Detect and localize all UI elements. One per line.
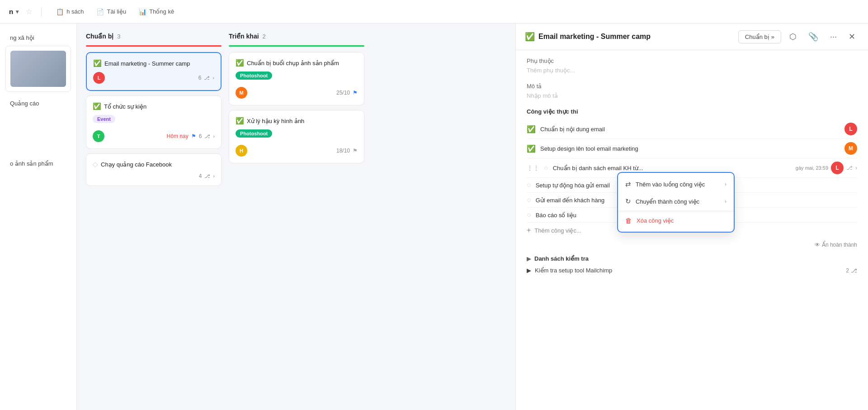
- card-meta-chup: 25/10 ⚑: [336, 90, 358, 96]
- card-avatar-email: L: [93, 72, 105, 84]
- phu-thuoc-label: Phụ thuộc: [527, 57, 857, 64]
- card-badge-photoshoot-1: Photoshoot: [236, 72, 272, 80]
- add-task-icon: +: [527, 226, 531, 234]
- card-xu-ly-hau-ky[interactable]: ✅ Xử lý hậu kỳ hình ảnh Photoshoot H 18/…: [229, 110, 364, 163]
- card-badge-event: Event: [93, 115, 115, 123]
- tab-tai-lieu[interactable]: 📄 Tài liệu: [91, 5, 132, 18]
- card-progress-chup: 25/10: [336, 90, 350, 96]
- btn-share[interactable]: ⬡: [786, 30, 800, 43]
- card-title-chay-qc: ◇ Chạy quảng cáo Facebook: [93, 160, 215, 168]
- task-check-3[interactable]: ○: [544, 164, 548, 172]
- checklist-arrow-icon[interactable]: ▶: [527, 256, 531, 262]
- btn-chuan-bi-icon: »: [771, 33, 774, 40]
- card-title-to-chuc: ✅ Tổ chức sự kiện: [93, 102, 215, 110]
- section-mo-ta: Mô tả Nhập mô tả: [527, 83, 857, 99]
- btn-chuan-bi-label: Chuẩn bị: [745, 33, 769, 40]
- task-check-done-1[interactable]: ✅: [527, 125, 536, 133]
- card-avatar-xu-ly: H: [236, 145, 247, 157]
- workflow-icon: ⇄: [625, 180, 631, 188]
- card-chay-quang-cao[interactable]: ◇ Chạy quảng cáo Facebook 4 ⎇ ›: [86, 153, 222, 186]
- arrow-icon-email[interactable]: ›: [212, 75, 214, 81]
- checklist-label: Danh sách kiểm tra: [534, 255, 589, 262]
- right-panel-header: ✅ Email marketing - Summer camp Chuẩn bị…: [516, 24, 868, 50]
- sidebar-item-xa-hoi[interactable]: ng xã hội: [5, 31, 71, 45]
- meta-count-chay-qc: 4: [199, 173, 202, 179]
- card-to-chuc-su-kien[interactable]: ✅ Tổ chức sự kiện Event T Hôm nay: [86, 95, 222, 149]
- board-area: Chuẩn bị 3 ✅ Email marketing - Summer ca…: [77, 24, 515, 410]
- btn-chuan-bi[interactable]: Chuẩn bị »: [738, 30, 781, 43]
- panel-body: Phụ thuộc Thêm phụ thuộc... Mô tả Nhập m…: [516, 50, 868, 410]
- task-check-6[interactable]: ○: [527, 211, 531, 219]
- checklist-header: ▶ Danh sách kiểm tra: [527, 255, 857, 262]
- task-date-3: gày mai, 23:59: [796, 165, 828, 171]
- tab-label-danh-sach: h sách: [66, 8, 84, 15]
- sub-icon-email: ⎇: [204, 75, 210, 81]
- card-badge-photoshoot-2: Photoshoot: [236, 129, 272, 138]
- task-check-5[interactable]: ○: [527, 196, 531, 204]
- panel-actions: Chuẩn bị » ⬡ 📎 ··· ✕: [738, 30, 859, 43]
- task-arrow-3[interactable]: ›: [855, 165, 857, 171]
- doc-icon: 📄: [96, 8, 104, 15]
- nav-dropdown-icon[interactable]: ▾: [16, 9, 19, 15]
- context-label-workflow: Thêm vào luồng công việc: [636, 181, 705, 188]
- tab-label-thong-ke: Thống kê: [149, 8, 174, 15]
- task-item-1: ✅ Chuẩn bị nội dung email L: [527, 119, 857, 139]
- column-chuan-bi: Chuẩn bị 3 ✅ Email marketing - Summer ca…: [86, 33, 222, 401]
- context-arrow-convert: ›: [725, 198, 726, 205]
- sub-icon-chay-qc: ⎇: [204, 173, 210, 179]
- btn-more[interactable]: ···: [826, 30, 840, 43]
- arrow-icon-chay-qc[interactable]: ›: [213, 173, 215, 179]
- task-drag-3[interactable]: ⋮⋮: [527, 164, 539, 172]
- btn-attach[interactable]: 📎: [805, 30, 822, 43]
- card-footer-xu-ly: H 18/10 ⚑: [236, 145, 358, 157]
- task-row-wrapper-3: ⋮⋮ ○ Chuẩn bị danh sách email KH từ... g…: [527, 158, 857, 178]
- card-meta-xu-ly: 18/10 ⚑: [336, 148, 358, 154]
- sidebar-item-quang-cao[interactable]: Quảng cáo: [5, 96, 71, 110]
- flag-chup: ⚑: [353, 90, 358, 96]
- checklist-item-arrow: ▶: [527, 267, 531, 274]
- column-title-chuan-bi: Chuẩn bị: [86, 33, 113, 40]
- card-email-marketing[interactable]: ✅ Email marketing - Summer camp L 6 ⎇ ›: [86, 52, 222, 91]
- cong-viec-label: Công việc thực thi: [527, 108, 857, 115]
- tab-danh-sach[interactable]: 📋 h sách: [51, 5, 89, 18]
- nav-divider: [41, 7, 42, 16]
- context-item-convert[interactable]: ↻ Chuyển thành công việc ›: [618, 193, 734, 210]
- context-arrow-workflow: ›: [725, 181, 726, 187]
- card-progress-xu-ly: 18/10: [336, 148, 350, 154]
- tab-thong-ke[interactable]: 📊 Thống kê: [133, 5, 179, 18]
- card-chuan-bi-chup[interactable]: ✅ Chuẩn bị buổi chụp ảnh sản phẩm Photos…: [229, 52, 364, 105]
- delete-icon: 🗑: [625, 217, 632, 224]
- mo-ta-placeholder[interactable]: Nhập mô tả: [527, 92, 857, 99]
- list-icon: 📋: [56, 8, 64, 15]
- task-item-2: ✅ Setup design lên tool email marketing …: [527, 139, 857, 158]
- context-item-add-workflow[interactable]: ⇄ Thêm vào luồng công việc ›: [618, 176, 734, 193]
- context-label-convert: Chuyển thành công việc: [636, 198, 699, 205]
- context-label-delete: Xóa công việc: [637, 217, 674, 224]
- nav-star-icon[interactable]: ☆: [26, 7, 32, 16]
- hide-done-label: Ẩn hoàn thành: [822, 242, 857, 248]
- main-area: ng xã hội Quảng cáo o ảnh sản phẩm: [0, 24, 868, 410]
- panel-check-icon: ✅: [525, 32, 535, 42]
- card-meta-email: 6 ⎇ ›: [198, 75, 214, 81]
- task-check-4[interactable]: ○: [527, 181, 531, 189]
- card-avatar-chup: M: [236, 87, 247, 99]
- context-item-delete[interactable]: 🗑 Xóa công việc: [618, 212, 734, 229]
- sub-icon-to-chuc: ⎇: [204, 133, 210, 139]
- sidebar-item-anh-san-pham[interactable]: o ảnh sản phẩm: [5, 157, 71, 171]
- flag-to-chuc: ⚑: [191, 133, 196, 139]
- btn-close[interactable]: ✕: [845, 30, 859, 43]
- column-header-chuan-bi: Chuẩn bị 3: [86, 33, 222, 40]
- section-checklist: ▶ Danh sách kiểm tra ▶ Kiểm tra setup to…: [527, 255, 857, 276]
- card-footer-chup: M 25/10 ⚑: [236, 87, 358, 99]
- checklist-item-text: Kiểm tra setup tool Mailchimp: [535, 267, 612, 274]
- task-check-done-2[interactable]: ✅: [527, 144, 536, 153]
- sidebar-left: ng xã hội Quảng cáo o ảnh sản phẩm: [0, 24, 77, 410]
- card-check-icon: ✅: [93, 59, 102, 67]
- mo-ta-label: Mô tả: [527, 83, 857, 90]
- task-sub-3: ⎇: [846, 165, 853, 171]
- hide-done-btn[interactable]: 👁 Ẩn hoàn thành: [527, 242, 857, 248]
- checklist-item-1[interactable]: ▶ Kiểm tra setup tool Mailchimp 2 ⎇: [527, 265, 857, 276]
- phu-thuoc-placeholder[interactable]: Thêm phụ thuộc...: [527, 67, 857, 74]
- arrow-icon-to-chuc[interactable]: ›: [213, 133, 215, 139]
- task-avatar-2: M: [844, 142, 857, 155]
